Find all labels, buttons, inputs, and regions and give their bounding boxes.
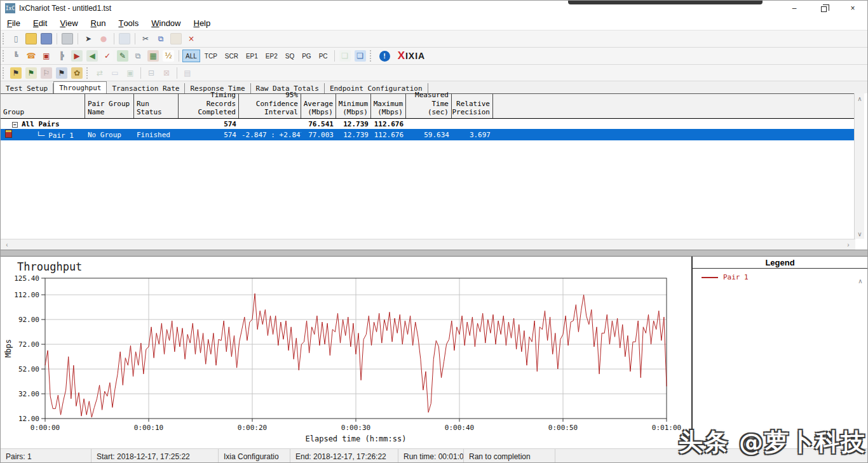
table-header: GroupPair GroupNameRun StatusTiming Reco… xyxy=(1,94,855,119)
toolbar-separator xyxy=(179,50,179,62)
y-tick-label: 72.00 xyxy=(18,340,39,349)
collapse-expander-icon[interactable]: − xyxy=(12,122,18,128)
legend-entry-label: Pair 1 xyxy=(723,273,749,281)
scroll-right-icon[interactable]: › xyxy=(843,239,853,250)
y-tick-label: 32.00 xyxy=(18,390,39,398)
tab-endpoint-configuration[interactable]: Endpoint Configuration xyxy=(325,83,428,93)
filter-button-tcp[interactable]: TCP xyxy=(201,50,220,62)
open-test-icon[interactable] xyxy=(25,33,37,44)
all-pairs-row[interactable]: −All Pairs57476.54112.739112.676 xyxy=(1,119,855,129)
menu-edit[interactable]: Edit xyxy=(27,16,53,30)
column-header-pair-group-name[interactable]: Pair GroupName xyxy=(85,94,134,118)
column-header-timing-records[interactable]: Timing RecordsCompleted xyxy=(179,94,239,118)
panel-divider xyxy=(1,250,867,257)
toolbar-separator xyxy=(78,33,78,44)
menu-view[interactable]: View xyxy=(53,16,84,30)
column-header-run-status[interactable]: Run Status xyxy=(134,94,179,118)
cell-timing-records: 574 xyxy=(179,131,239,139)
copy-pair-icon[interactable]: ⧉ xyxy=(132,50,144,62)
menu-run[interactable]: Run xyxy=(85,16,112,30)
filter-button-scr[interactable]: SCR xyxy=(222,50,241,62)
connect-pairs-icon: ⊟ xyxy=(146,67,157,79)
throughput-chart-panel: Throughput 12.0032.0052.0072.0092.00112.… xyxy=(1,257,693,448)
watermark: 头条 @萝卜科技 xyxy=(679,426,866,459)
delete-icon[interactable]: × xyxy=(186,33,197,44)
column-header-confidence[interactable]: 95% ConfidenceInterval xyxy=(239,94,301,118)
minimize-button[interactable]: – xyxy=(780,1,809,16)
y-tick-label: 112.00 xyxy=(14,291,39,299)
swap-endpoints-icon: ⇄ xyxy=(94,67,105,79)
pair-map-icon xyxy=(119,33,130,44)
column-header-relative-precision[interactable]: RelativePrecision xyxy=(452,94,493,118)
toolbar-grip xyxy=(3,50,5,62)
legend-scroll-up-icon[interactable]: ∧ xyxy=(855,276,865,286)
open-console-icon[interactable]: ❏ xyxy=(355,50,366,62)
edit-script-icon[interactable]: ✎ xyxy=(117,50,128,62)
save-test-icon[interactable] xyxy=(41,33,52,44)
add-hardware-pair-icon[interactable]: ▣ xyxy=(41,50,52,62)
about-ixia-icon[interactable]: ! xyxy=(379,51,390,62)
add-vpn-pair-icon[interactable]: ◀ xyxy=(86,50,98,62)
cut-icon[interactable]: ✂ xyxy=(140,33,151,44)
filter-button-sq[interactable]: SQ xyxy=(282,50,297,62)
filter-button-pc[interactable]: PC xyxy=(316,50,331,62)
ixia-logo: XIXIA xyxy=(398,50,426,62)
results-table: GroupPair GroupNameRun StatusTiming Reco… xyxy=(1,93,855,239)
toolbar-grip xyxy=(86,67,89,79)
tab-transaction-rate[interactable]: Transaction Rate xyxy=(107,83,185,93)
cell-average: 77.003 xyxy=(301,131,336,139)
tab-throughput[interactable]: Throughput xyxy=(53,81,107,93)
edit-pair-icon[interactable]: ✓ xyxy=(102,50,113,62)
filter-button-ep2[interactable]: EP2 xyxy=(262,50,281,62)
cell-minimum: 12.739 xyxy=(336,131,371,139)
renumber-pairs-icon[interactable]: ½ xyxy=(163,50,174,62)
table-horizontal-scrollbar[interactable]: ‹ › xyxy=(1,239,855,250)
add-video-pair-icon[interactable]: ▶ xyxy=(71,50,83,62)
run-test-icon[interactable]: ➤ xyxy=(83,33,94,44)
copy-icon[interactable]: ⧉ xyxy=(155,33,166,44)
add-multicast-group-icon[interactable]: ╠ xyxy=(56,50,67,62)
add-pair-icon[interactable]: ╚ xyxy=(10,50,22,62)
legend-panel: Legend ∧ ∨ Pair 1 xyxy=(693,257,867,448)
add-voip-pair-icon[interactable]: ☎ xyxy=(25,50,37,62)
status-section-4: Run time: 00:01:00 xyxy=(398,449,464,463)
menu-help[interactable]: Help xyxy=(187,16,217,30)
new-test-icon[interactable]: ▯ xyxy=(10,33,22,44)
cell-relative-precision: 3.697 xyxy=(452,131,493,139)
menu-window[interactable]: Window xyxy=(145,16,187,30)
filter-button-ep1[interactable]: EP1 xyxy=(243,50,261,62)
legend-entry-pair-1[interactable]: Pair 1 xyxy=(702,273,867,281)
paste-icon xyxy=(170,33,182,44)
x-tick-label: 0:00:00 xyxy=(31,424,60,432)
throughput-chart: 12.0032.0052.0072.0092.00112.00125.400:0… xyxy=(1,257,691,448)
menu-tools[interactable]: Tools xyxy=(112,16,145,30)
filter-button-all[interactable]: ALL xyxy=(182,50,200,62)
pair-1-row[interactable]: └─Pair 1No GroupFinished574-2.847 : +2.8… xyxy=(1,129,855,140)
test-options-icon[interactable]: ⚑ xyxy=(10,67,22,79)
color-settings-icon[interactable]: ✿ xyxy=(71,67,83,79)
scroll-left-icon[interactable]: ‹ xyxy=(2,239,12,250)
restore-button[interactable] xyxy=(809,1,838,16)
status-section-2: Ixia Configuratio xyxy=(219,449,290,463)
y-tick-label: 92.00 xyxy=(18,316,39,324)
cell-maximum: 112.676 xyxy=(371,120,406,128)
column-header-minimum[interactable]: Minimum(Mbps) xyxy=(336,94,371,118)
menu-file[interactable]: File xyxy=(1,16,27,30)
run-options-icon[interactable]: ⚑ xyxy=(25,67,37,79)
close-button[interactable]: × xyxy=(838,1,867,16)
stop-run-icon[interactable]: ⚐ xyxy=(41,67,52,79)
column-header-average[interactable]: Average(Mbps) xyxy=(301,94,336,118)
compare-results-icon[interactable]: ⚑ xyxy=(56,67,67,79)
column-header-filler xyxy=(493,94,855,118)
filter-button-pg[interactable]: PG xyxy=(299,50,314,62)
scroll-down-icon[interactable]: ∨ xyxy=(855,229,865,239)
stop-test-icon: ● xyxy=(98,33,109,44)
column-header-group[interactable]: Group xyxy=(1,94,85,118)
table-vertical-scrollbar[interactable]: ∧ ∨ xyxy=(854,93,864,239)
scroll-up-icon[interactable]: ∧ xyxy=(855,93,865,104)
column-header-maximum[interactable]: Maximum(Mbps) xyxy=(371,94,406,118)
column-header-measured-time[interactable]: MeasuredTime (sec) xyxy=(406,94,452,118)
print-icon[interactable] xyxy=(62,33,73,44)
replicate-pair-icon[interactable]: ▦ xyxy=(147,50,159,62)
tab-test-setup[interactable]: Test Setup xyxy=(1,83,53,93)
